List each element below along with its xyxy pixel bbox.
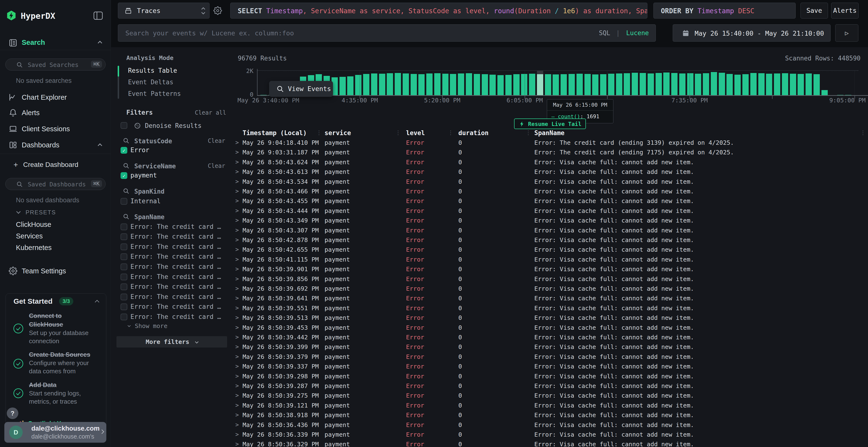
table-row[interactable]: >May 26 8:50:43.624 PMpaymentError0Error… xyxy=(111,157,868,167)
table-row[interactable]: >May 26 8:50:39.442 PMpaymentError0Error… xyxy=(111,332,868,342)
table-row[interactable]: >May 26 8:50:43.444 PMpaymentError0Error… xyxy=(111,206,868,215)
sidebar-preset-kubernetes[interactable]: Kubernetes xyxy=(16,244,52,252)
sidebar-preset-clickhouse[interactable]: ClickHouse xyxy=(16,220,51,229)
table-row[interactable]: >May 26 8:50:39.641 PMpaymentError0Error… xyxy=(111,293,868,303)
table-row[interactable]: >May 26 8:50:39.453 PMpaymentError0Error… xyxy=(111,322,868,332)
expand-row-chevron-icon[interactable]: > xyxy=(235,363,239,370)
histogram-bar[interactable] xyxy=(521,74,527,95)
sql-mode-toggle[interactable]: SQL xyxy=(599,29,610,37)
table-row[interactable]: >May 26 8:50:43.307 PMpaymentError0Error… xyxy=(111,225,868,235)
expand-row-chevron-icon[interactable]: > xyxy=(235,276,239,282)
source-settings-gear-icon[interactable] xyxy=(213,6,222,15)
histogram-bar[interactable] xyxy=(711,72,717,95)
table-row[interactable]: >May 26 8:50:36.339 PMpaymentError0Error… xyxy=(111,429,868,439)
histogram-bar[interactable] xyxy=(822,90,828,95)
table-row[interactable]: >May 26 8:50:39.337 PMpaymentError0Error… xyxy=(111,361,868,371)
expand-row-chevron-icon[interactable]: > xyxy=(235,402,239,409)
histogram-bar[interactable] xyxy=(585,74,591,95)
histogram-bar[interactable] xyxy=(806,73,812,95)
histogram-bar[interactable] xyxy=(355,75,362,95)
create-dashboard-button[interactable]: Create Dashboard xyxy=(23,161,79,169)
dashboards-collapse-chevron-icon[interactable] xyxy=(98,143,102,148)
help-button[interactable]: ? xyxy=(7,408,18,419)
analysis-mode-results-table[interactable]: Results Table xyxy=(128,67,177,74)
histogram-bar[interactable] xyxy=(592,74,598,95)
resume-live-tail-button[interactable]: Resume Live Tail xyxy=(514,118,586,129)
column-header-level[interactable]: level xyxy=(406,129,425,137)
date-range-picker[interactable]: May 26 15:40:00 - May 26 21:10:00 xyxy=(673,24,831,42)
table-row[interactable]: >May 26 8:50:39.901 PMpaymentError0Error… xyxy=(111,264,868,274)
column-resize-handle[interactable]: ⋮ xyxy=(860,129,866,136)
expand-row-chevron-icon[interactable]: > xyxy=(235,343,239,350)
expand-row-chevron-icon[interactable]: > xyxy=(235,373,239,380)
histogram-bar[interactable] xyxy=(703,73,709,95)
histogram-bar[interactable] xyxy=(758,73,765,95)
expand-row-chevron-icon[interactable]: > xyxy=(235,149,239,156)
column-header-service[interactable]: service xyxy=(324,129,351,137)
search-collapse-chevron-icon[interactable] xyxy=(98,41,102,45)
expand-row-chevron-icon[interactable]: > xyxy=(235,178,239,185)
histogram-bar[interactable] xyxy=(497,75,504,95)
expand-row-chevron-icon[interactable]: > xyxy=(235,198,239,204)
histogram-bar[interactable] xyxy=(442,74,448,95)
expand-row-chevron-icon[interactable]: > xyxy=(235,285,239,292)
table-row[interactable]: >May 26 8:50:42.878 PMpaymentError0Error… xyxy=(111,235,868,244)
table-row[interactable]: >May 26 8:50:39.513 PMpaymentError0Error… xyxy=(111,313,868,322)
histogram-bar[interactable] xyxy=(671,73,678,95)
column-resize-handle[interactable]: ⋮ xyxy=(448,129,454,136)
histogram-bar[interactable] xyxy=(529,74,535,95)
histogram-bar[interactable] xyxy=(742,74,749,95)
table-row[interactable]: >May 26 8:50:39.856 PMpaymentError0Error… xyxy=(111,274,868,283)
presets-chevron-icon[interactable] xyxy=(16,209,21,214)
histogram-bar[interactable] xyxy=(663,72,670,95)
histogram-bar[interactable] xyxy=(458,73,464,95)
expand-row-chevron-icon[interactable]: > xyxy=(235,353,239,360)
histogram-bar[interactable] xyxy=(648,73,654,95)
histogram-bar[interactable] xyxy=(695,74,701,95)
histogram-bar[interactable] xyxy=(624,73,630,95)
expand-row-chevron-icon[interactable]: > xyxy=(235,295,239,302)
table-row[interactable]: >May 26 8:50:39.692 PMpaymentError0Error… xyxy=(111,283,868,293)
table-row[interactable]: >May 26 9:03:31.187 PMpaymentError0Error… xyxy=(111,147,868,157)
expand-row-chevron-icon[interactable]: > xyxy=(235,305,239,311)
collapse-sidebar-icon[interactable] xyxy=(94,11,103,20)
histogram-bar[interactable] xyxy=(679,73,685,95)
table-row[interactable]: >May 26 8:50:39.551 PMpaymentError0Error… xyxy=(111,303,868,313)
expand-row-chevron-icon[interactable]: > xyxy=(235,314,239,321)
histogram-bar[interactable] xyxy=(466,73,472,95)
sidebar-item-team-settings[interactable]: Team Settings xyxy=(22,267,66,275)
histogram-bar[interactable] xyxy=(553,74,559,95)
sql-query-input[interactable]: SELECT Timestamp, ServiceName as service… xyxy=(230,3,647,19)
histogram-bar[interactable] xyxy=(790,74,796,95)
histogram-bar[interactable] xyxy=(798,74,804,95)
denoise-checkbox[interactable] xyxy=(121,122,127,129)
histogram-bar[interactable] xyxy=(513,74,520,95)
expand-row-chevron-icon[interactable]: > xyxy=(235,237,239,243)
column-header-spanname[interactable]: SpanName xyxy=(534,129,564,137)
expand-row-chevron-icon[interactable]: > xyxy=(235,431,239,438)
sidebar-item-chart-explorer[interactable]: Chart Explorer xyxy=(22,94,67,101)
histogram-bar[interactable] xyxy=(482,74,488,95)
histogram[interactable] xyxy=(257,70,858,95)
expand-row-chevron-icon[interactable]: > xyxy=(235,168,239,175)
histogram-bar[interactable] xyxy=(774,73,780,95)
table-row[interactable]: >May 26 8:50:43.455 PMpaymentError0Error… xyxy=(111,196,868,205)
lucene-search-input[interactable]: Search your events w/ Lucene ex. column:… xyxy=(118,24,656,42)
table-row[interactable]: >May 26 8:50:38.918 PMpaymentError0Error… xyxy=(111,410,868,419)
column-header-timestamp-local-[interactable]: Timestamp (Local) xyxy=(243,129,307,137)
table-row[interactable]: >May 26 9:04:18.410 PMpaymentError0Error… xyxy=(111,138,868,147)
histogram-bar[interactable] xyxy=(640,73,646,95)
histogram-bar[interactable] xyxy=(490,75,496,95)
histogram-bar[interactable] xyxy=(347,76,353,95)
table-row[interactable]: >May 26 8:50:39.121 PMpaymentError0Error… xyxy=(111,400,868,410)
column-resize-handle[interactable]: ⋮ xyxy=(316,129,322,136)
alerts-button[interactable]: Alerts xyxy=(831,3,859,19)
histogram-bar[interactable] xyxy=(363,74,369,95)
histogram-bar[interactable] xyxy=(656,73,662,95)
source-select[interactable]: Traces xyxy=(118,3,210,19)
histogram-bar[interactable] xyxy=(608,74,614,95)
histogram-bar[interactable] xyxy=(371,73,377,95)
presets-header[interactable]: PRESETS xyxy=(26,209,56,216)
lucene-mode-toggle[interactable]: Lucene xyxy=(626,29,649,37)
save-button[interactable]: Save xyxy=(801,3,828,19)
